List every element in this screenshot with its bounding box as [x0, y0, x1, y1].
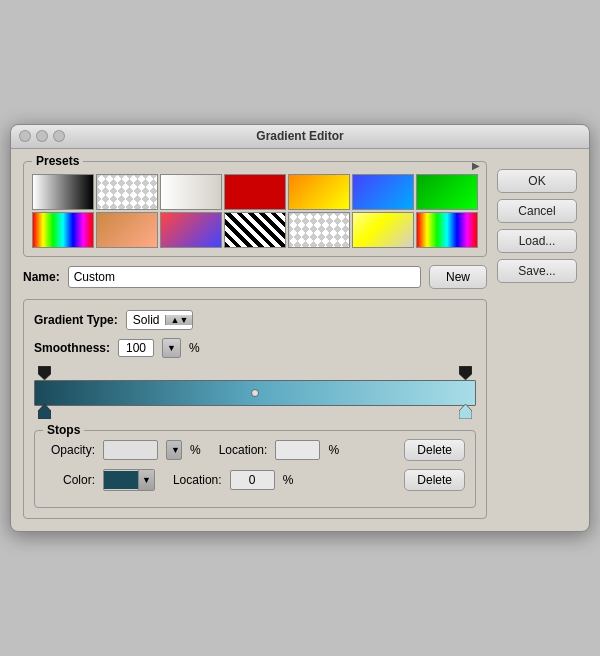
new-button[interactable]: New — [429, 265, 487, 289]
color-location-input[interactable] — [230, 470, 275, 490]
list-item[interactable] — [32, 212, 94, 248]
smoothness-arrow-icon[interactable]: ▼ — [162, 338, 181, 358]
gradient-editor-window: Gradient Editor Presets ▶ — [10, 124, 590, 532]
svg-marker-2 — [38, 404, 51, 419]
content-area: Presets ▶ — [11, 149, 589, 531]
color-dropdown-arrow-icon[interactable]: ▼ — [138, 470, 154, 490]
main-panel: Presets ▶ — [23, 161, 487, 519]
save-button[interactable]: Save... — [497, 259, 577, 283]
svg-marker-0 — [38, 366, 51, 380]
opacity-stop-row: Opacity: ▼ % Location: % Delete — [45, 439, 465, 461]
opacity-location-input[interactable] — [275, 440, 320, 460]
list-item[interactable] — [32, 174, 94, 210]
ok-button[interactable]: OK — [497, 169, 577, 193]
gradient-bar[interactable] — [34, 380, 476, 406]
name-input[interactable] — [68, 266, 421, 288]
list-item[interactable] — [288, 212, 350, 248]
opacity-location-unit: % — [328, 443, 339, 457]
gradient-type-label: Gradient Type: — [34, 313, 118, 327]
bottom-stops-area — [36, 406, 474, 422]
smoothness-input[interactable] — [118, 339, 154, 357]
color-location-label: Location: — [173, 473, 222, 487]
top-stops-area — [36, 366, 474, 380]
color-delete-button[interactable]: Delete — [404, 469, 465, 491]
svg-marker-1 — [459, 366, 472, 380]
presets-label: Presets — [32, 154, 83, 168]
list-item[interactable] — [160, 212, 222, 248]
window-title: Gradient Editor — [256, 129, 343, 143]
list-item[interactable] — [352, 212, 414, 248]
gradient-bar-container — [34, 366, 476, 422]
list-item[interactable] — [416, 212, 478, 248]
svg-marker-3 — [459, 404, 472, 419]
list-item[interactable] — [352, 174, 414, 210]
gradient-type-select[interactable]: Solid ▲▼ — [126, 310, 194, 330]
cancel-button[interactable]: Cancel — [497, 199, 577, 223]
color-stop-right[interactable] — [459, 404, 472, 422]
smoothness-row: Smoothness: ▼ % — [34, 338, 476, 358]
list-item[interactable] — [160, 174, 222, 210]
smoothness-unit: % — [189, 341, 200, 355]
side-buttons-panel: OK Cancel Load... Save... — [497, 161, 577, 519]
list-item[interactable] — [224, 174, 286, 210]
gradient-type-arrow-icon[interactable]: ▲▼ — [165, 315, 192, 325]
gradient-midpoint[interactable] — [251, 389, 259, 397]
maximize-button[interactable] — [53, 130, 65, 142]
minimize-button[interactable] — [36, 130, 48, 142]
list-item[interactable] — [416, 174, 478, 210]
stops-section: Stops Opacity: ▼ % Location: % Delete — [34, 430, 476, 508]
list-item[interactable] — [224, 212, 286, 248]
list-item[interactable] — [288, 174, 350, 210]
gradient-settings: Gradient Type: Solid ▲▼ Smoothness: ▼ % — [23, 299, 487, 519]
color-stop-label: Color: — [45, 473, 95, 487]
color-stop-left[interactable] — [38, 404, 51, 422]
name-row: Name: New — [23, 265, 487, 289]
presets-group: Presets ▶ — [23, 161, 487, 257]
gradient-type-value: Solid — [127, 311, 166, 329]
close-button[interactable] — [19, 130, 31, 142]
list-item[interactable] — [96, 174, 158, 210]
color-swatch-display — [104, 471, 138, 489]
opacity-delete-button[interactable]: Delete — [404, 439, 465, 461]
name-label: Name: — [23, 270, 60, 284]
opacity-dropdown-arrow-icon[interactable]: ▼ — [166, 440, 182, 460]
color-stop-row: Color: ▼ Location: % Delete — [45, 469, 465, 491]
presets-grid — [32, 174, 478, 248]
smoothness-label: Smoothness: — [34, 341, 110, 355]
color-swatch[interactable]: ▼ — [103, 469, 155, 491]
traffic-lights — [19, 130, 65, 142]
opacity-stop-label: Opacity: — [45, 443, 95, 457]
list-item[interactable] — [96, 212, 158, 248]
opacity-location-label: Location: — [219, 443, 268, 457]
stops-section-label: Stops — [43, 423, 84, 437]
color-location-unit: % — [283, 473, 294, 487]
presets-menu-arrow[interactable]: ▶ — [472, 160, 480, 171]
opacity-unit: % — [190, 443, 201, 457]
opacity-value-input[interactable] — [103, 440, 158, 460]
load-button[interactable]: Load... — [497, 229, 577, 253]
titlebar: Gradient Editor — [11, 125, 589, 149]
gradient-type-row: Gradient Type: Solid ▲▼ — [34, 310, 476, 330]
